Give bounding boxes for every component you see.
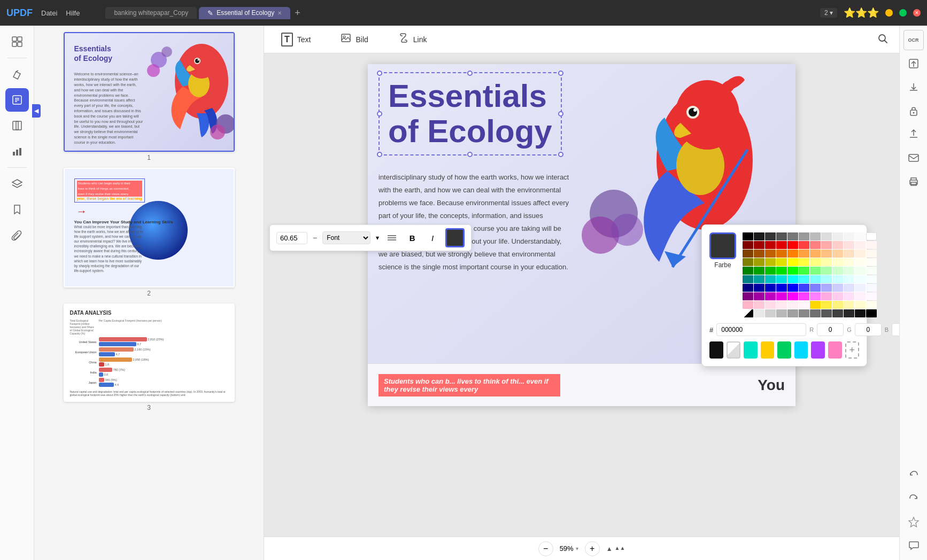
comment-icon-btn[interactable] <box>903 535 924 556</box>
color-cell[interactable] <box>855 275 866 283</box>
maximize-btn[interactable] <box>899 9 907 17</box>
bold-btn[interactable]: B <box>405 230 420 245</box>
ocr-icon-btn[interactable]: OCR <box>903 30 924 50</box>
color-cell[interactable] <box>821 275 832 283</box>
color-cell[interactable] <box>832 275 843 283</box>
color-cell[interactable] <box>821 267 832 275</box>
color-cell[interactable] <box>810 301 821 309</box>
color-cell[interactable] <box>776 267 787 275</box>
preset-pink[interactable] <box>828 341 842 359</box>
zoom-out-btn[interactable]: − <box>538 541 553 556</box>
color-cell[interactable] <box>799 309 809 317</box>
color-cell[interactable] <box>832 241 843 249</box>
preset-black[interactable] <box>709 341 723 359</box>
color-cell[interactable] <box>810 309 821 317</box>
color-cell[interactable] <box>765 301 776 309</box>
preset-purple[interactable] <box>811 341 825 359</box>
color-cell[interactable] <box>844 292 854 300</box>
hex-input[interactable] <box>716 323 806 336</box>
color-cell[interactable] <box>855 258 866 266</box>
color-cell[interactable] <box>754 275 764 283</box>
color-cell[interactable] <box>743 258 753 266</box>
color-cell[interactable] <box>776 250 787 258</box>
tab-add-btn[interactable]: + <box>295 7 300 19</box>
thumb-card-2[interactable]: Students who can begin early in their li… <box>64 168 235 287</box>
g-input[interactable] <box>855 323 882 336</box>
sidebar-item-pages[interactable] <box>5 114 29 137</box>
color-cell[interactable] <box>855 284 866 292</box>
color-cell[interactable] <box>743 232 753 240</box>
thumb-card-3[interactable]: DATA ANALYSIS Total Ecological Footprint… <box>64 304 235 402</box>
color-cell[interactable] <box>799 232 809 240</box>
color-cell[interactable] <box>821 301 832 309</box>
sidebar-item-layers[interactable] <box>5 172 29 196</box>
color-cell[interactable] <box>821 250 832 258</box>
color-cell[interactable] <box>866 309 877 317</box>
color-cell[interactable] <box>799 275 809 283</box>
color-cell[interactable] <box>787 250 798 258</box>
color-cell[interactable] <box>787 292 798 300</box>
color-cell[interactable] <box>765 309 776 317</box>
color-cell[interactable] <box>787 267 798 275</box>
color-cell[interactable] <box>832 309 843 317</box>
color-cell[interactable] <box>866 250 877 258</box>
color-cell[interactable] <box>866 292 877 300</box>
search-btn[interactable] <box>877 33 889 46</box>
color-cell[interactable] <box>844 267 854 275</box>
color-cell[interactable] <box>787 284 798 292</box>
color-cell[interactable] <box>855 250 866 258</box>
color-cell[interactable] <box>754 284 764 292</box>
color-cell[interactable] <box>810 250 821 258</box>
redo-icon-btn[interactable] <box>903 488 924 509</box>
zoom-in-btn[interactable]: + <box>585 541 600 556</box>
tab-ecology[interactable]: ✎ Essential of Ecology ✕ <box>199 7 290 19</box>
font-family-select[interactable]: Font <box>322 231 370 244</box>
color-cell[interactable] <box>776 292 787 300</box>
color-cell[interactable] <box>743 301 753 309</box>
preset-transparent[interactable] <box>727 341 740 359</box>
color-cell[interactable] <box>832 232 843 240</box>
color-swatch-btn[interactable]: ▾ <box>445 228 465 247</box>
color-cell[interactable] <box>776 241 787 249</box>
download-icon-btn[interactable] <box>903 77 924 97</box>
image-extract-icon-btn[interactable] <box>903 53 924 74</box>
color-cell[interactable] <box>799 258 809 266</box>
r-input[interactable] <box>817 323 844 336</box>
color-cell[interactable] <box>844 301 854 309</box>
color-cell[interactable] <box>821 258 832 266</box>
align-btn[interactable] <box>384 230 399 245</box>
color-cell[interactable] <box>743 250 753 258</box>
color-cell[interactable] <box>844 258 854 266</box>
color-cell[interactable] <box>765 250 776 258</box>
page-wrapper[interactable]: Essentialsof Ecology <box>264 53 899 536</box>
color-cell[interactable] <box>832 301 843 309</box>
color-cell[interactable] <box>866 267 877 275</box>
color-cell[interactable] <box>855 241 866 249</box>
color-cell[interactable] <box>799 241 809 249</box>
close-btn[interactable]: ✕ <box>913 9 921 17</box>
sidebar-item-attachment[interactable] <box>5 223 29 247</box>
color-cell[interactable] <box>754 232 764 240</box>
color-cell[interactable] <box>787 232 798 240</box>
title-selection-box[interactable]: Essentialsof Ecology <box>378 72 562 155</box>
color-cell[interactable] <box>799 301 809 309</box>
color-cell[interactable] <box>866 232 877 240</box>
color-cell[interactable] <box>799 250 809 258</box>
color-cell[interactable] <box>754 258 764 266</box>
color-cell[interactable] <box>765 258 776 266</box>
color-cell[interactable] <box>832 292 843 300</box>
color-cell[interactable] <box>810 232 821 240</box>
color-cell[interactable] <box>855 301 866 309</box>
color-cell[interactable] <box>844 275 854 283</box>
color-cell[interactable] <box>765 241 776 249</box>
color-cell[interactable] <box>810 284 821 292</box>
color-active-swatch[interactable] <box>709 232 736 259</box>
color-cell[interactable] <box>866 258 877 266</box>
font-size-minus-btn[interactable]: − <box>313 234 317 242</box>
color-cell[interactable] <box>844 232 854 240</box>
color-cell[interactable] <box>765 275 776 283</box>
color-cell[interactable] <box>799 292 809 300</box>
italic-btn[interactable]: I <box>425 230 440 245</box>
color-cell[interactable] <box>765 267 776 275</box>
color-cell[interactable] <box>743 241 753 249</box>
